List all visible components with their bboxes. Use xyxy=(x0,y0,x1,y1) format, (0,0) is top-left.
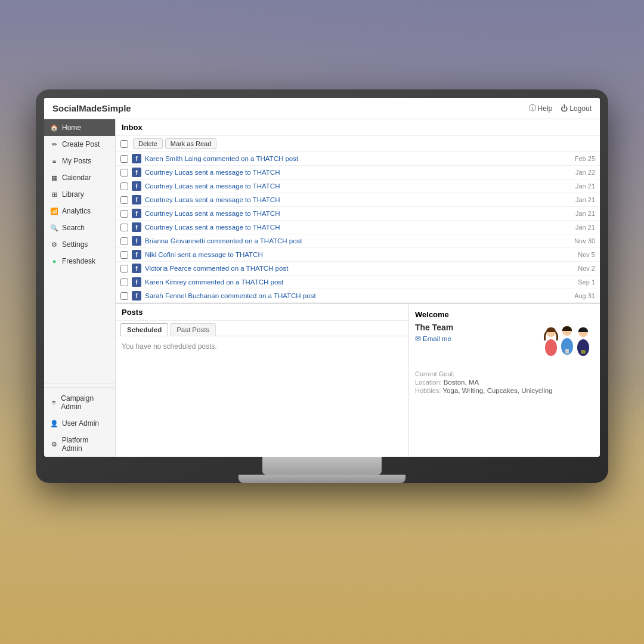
inbox-date: Nov 2 xyxy=(571,265,595,272)
sidebar: 🏠 Home ✏ Create Post ≡ My Posts ▦ xyxy=(44,119,116,457)
team-section: The Team ✉ Email me xyxy=(415,323,594,364)
inbox-row: f Courtney Lucas sent a message to THATC… xyxy=(116,166,600,179)
inbox-row: f Niki Cofini sent a message to THATCH N… xyxy=(116,248,600,262)
sidebar-item-create-post[interactable]: ✏ Create Post xyxy=(44,136,115,153)
platform-icon: ⚙ xyxy=(50,441,58,448)
inbox-row: f Courtney Lucas sent a message to THATC… xyxy=(116,221,600,234)
row-checkbox-9[interactable] xyxy=(120,278,128,286)
inbox-message-link[interactable]: Karen Smith Laing commented on a THATCH … xyxy=(145,155,568,162)
main-content: Inbox Delete Mark as Read f Karen Smith … xyxy=(116,119,600,457)
inbox-message-link[interactable]: Sarah Fennel Buchanan commented on a THA… xyxy=(145,292,568,299)
inbox-date: Jan 21 xyxy=(571,196,595,203)
posts-section: Posts Scheduled Past Posts You have no s… xyxy=(116,304,409,457)
sidebar-item-my-posts-label: My Posts xyxy=(62,157,91,165)
facebook-icon: f xyxy=(132,181,141,191)
sidebar-item-analytics[interactable]: 📶 Analytics xyxy=(44,203,115,219)
tab-bar: Scheduled Past Posts xyxy=(116,321,408,336)
list-icon: ≡ xyxy=(50,157,58,165)
team-illustration xyxy=(540,323,594,364)
inbox-message-link[interactable]: Niki Cofini sent a message to THATCH xyxy=(145,251,568,258)
facebook-icon: f xyxy=(132,222,141,232)
delete-button[interactable]: Delete xyxy=(133,138,163,149)
inbox-list: f Karen Smith Laing commented on a THATC… xyxy=(116,152,600,303)
sidebar-divider xyxy=(44,383,115,383)
sidebar-item-home[interactable]: 🏠 Home xyxy=(44,119,115,136)
facebook-icon: f xyxy=(132,291,141,301)
sidebar-item-calendar-label: Calendar xyxy=(62,174,91,182)
row-checkbox-1[interactable] xyxy=(120,169,128,177)
sidebar-item-search[interactable]: 🔍 Search xyxy=(44,219,115,236)
facebook-icon: f xyxy=(132,195,141,205)
inbox-row: f Karen Smith Laing commented on a THATC… xyxy=(116,152,600,166)
sidebar-user-admin-label: User Admin xyxy=(62,419,99,428)
sidebar-item-search-label: Search xyxy=(62,224,85,232)
row-checkbox-7[interactable] xyxy=(120,251,128,259)
inbox-row: f Victoria Pearce commented on a THATCH … xyxy=(116,262,600,275)
facebook-icon: f xyxy=(132,154,141,163)
row-checkbox-8[interactable] xyxy=(120,265,128,273)
inbox-message-link[interactable]: Courtney Lucas sent a message to THATCH xyxy=(145,196,568,203)
inbox-date: Jan 21 xyxy=(571,182,595,190)
monitor: SocialMadeSimple ⓘ Help ⏻ Logout xyxy=(36,89,608,483)
inbox-message-link[interactable]: Courtney Lucas sent a message to THATCH xyxy=(145,169,568,176)
sidebar-item-library[interactable]: ⊞ Library xyxy=(44,186,115,203)
settings-icon: ⚙ xyxy=(50,241,58,249)
sidebar-item-platform-admin[interactable]: ⚙ Platform Admin xyxy=(44,432,115,457)
sidebar-item-my-posts[interactable]: ≡ My Posts xyxy=(44,153,115,169)
inbox-message-link[interactable]: Courtney Lucas sent a message to THATCH xyxy=(145,210,568,217)
content-panels: Inbox Delete Mark as Read f Karen Smith … xyxy=(116,119,600,457)
inbox-message-link[interactable]: Brianna Giovannetti commented on a THATC… xyxy=(145,237,568,244)
home-icon: 🏠 xyxy=(50,124,58,132)
sidebar-item-create-post-label: Create Post xyxy=(62,140,100,148)
team-name: The Team xyxy=(415,323,535,332)
team-avatar xyxy=(540,323,594,364)
facebook-icon: f xyxy=(132,236,141,246)
posts-body: You have no scheduled posts. xyxy=(116,336,408,457)
profile-details: Current Goal: Location: Boston, MA Hobbi… xyxy=(415,370,594,395)
app-body: 🏠 Home ✏ Create Post ≡ My Posts ▦ xyxy=(44,119,600,457)
edit-icon: ✏ xyxy=(50,141,58,148)
row-checkbox-4[interactable] xyxy=(120,210,128,218)
row-checkbox-6[interactable] xyxy=(120,237,128,245)
row-checkbox-3[interactable] xyxy=(120,196,128,204)
email-link[interactable]: ✉ Email me xyxy=(415,335,535,343)
sidebar-item-settings[interactable]: ⚙ Settings xyxy=(44,236,115,253)
header-right: ⓘ Help ⏻ Logout xyxy=(529,103,592,113)
library-icon: ⊞ xyxy=(50,191,58,199)
logout-link[interactable]: ⏻ Logout xyxy=(561,104,592,113)
svg-rect-7 xyxy=(565,349,569,354)
mark-as-read-button[interactable]: Mark as Read xyxy=(165,138,216,149)
search-icon: 🔍 xyxy=(50,224,58,232)
help-link[interactable]: ⓘ Help xyxy=(529,103,553,113)
row-checkbox-5[interactable] xyxy=(120,224,128,231)
tab-scheduled[interactable]: Scheduled xyxy=(120,323,168,336)
row-checkbox-10[interactable] xyxy=(120,292,128,300)
inbox-message-link[interactable]: Karen Kimrey commented on a THATCH post xyxy=(145,278,568,286)
sidebar-platform-admin-label: Platform Admin xyxy=(62,436,109,453)
calendar-icon: ▦ xyxy=(50,174,58,182)
sidebar-item-campaign-admin[interactable]: ≡ Campaign Admin xyxy=(44,390,115,415)
sidebar-item-user-admin[interactable]: 👤 User Admin xyxy=(44,415,115,432)
facebook-icon: f xyxy=(132,250,141,259)
inbox-section: Inbox Delete Mark as Read f Karen Smith … xyxy=(116,119,600,304)
welcome-title: Welcome xyxy=(415,310,594,319)
tab-past-posts[interactable]: Past Posts xyxy=(170,323,216,336)
freshdesk-icon: ● xyxy=(50,258,58,265)
sidebar-item-freshdesk[interactable]: ● Freshdesk xyxy=(44,253,115,270)
location-row: Location: Boston, MA xyxy=(415,379,594,386)
campaign-icon: ≡ xyxy=(50,399,57,406)
sidebar-item-freshdesk-label: Freshdesk xyxy=(62,257,95,265)
inbox-row: f Courtney Lucas sent a message to THATC… xyxy=(116,207,600,221)
facebook-icon: f xyxy=(132,264,141,273)
screen: SocialMadeSimple ⓘ Help ⏻ Logout xyxy=(44,98,600,457)
sidebar-item-calendar[interactable]: ▦ Calendar xyxy=(44,169,115,186)
inbox-message-link[interactable]: Courtney Lucas sent a message to THATCH xyxy=(145,224,568,231)
select-all-checkbox[interactable] xyxy=(120,140,128,148)
inbox-date: Aug 31 xyxy=(571,292,595,299)
row-checkbox-2[interactable] xyxy=(120,182,128,190)
row-checkbox-0[interactable] xyxy=(120,155,128,163)
inbox-message-link[interactable]: Victoria Pearce commented on a THATCH po… xyxy=(145,265,568,272)
inbox-row: f Courtney Lucas sent a message to THATC… xyxy=(116,193,600,207)
inbox-message-link[interactable]: Courtney Lucas sent a message to THATCH xyxy=(145,182,568,190)
app-header: SocialMadeSimple ⓘ Help ⏻ Logout xyxy=(44,98,600,119)
